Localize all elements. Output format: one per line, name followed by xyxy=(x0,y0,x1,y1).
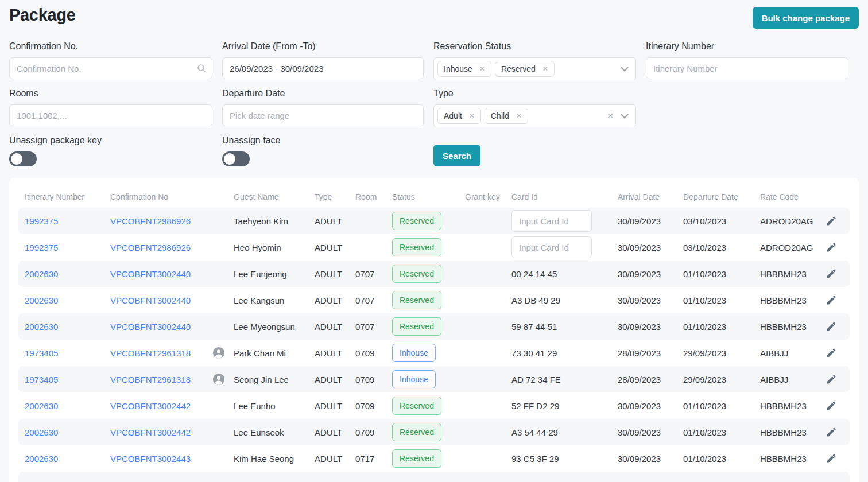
guest-type: ADULT xyxy=(315,243,355,252)
card-id-input[interactable] xyxy=(512,236,592,258)
status-badge: Reserved xyxy=(392,291,441,309)
itinerary-link[interactable]: 2002630 xyxy=(25,401,58,411)
status-tag-reserved: Reserved ✕ xyxy=(495,61,555,77)
confirmation-link[interactable]: VPCOBFNT3002443 xyxy=(110,454,191,464)
guest-name: Taehyeon Kim xyxy=(234,216,288,226)
chevron-down-icon[interactable] xyxy=(621,67,629,72)
confirmation-no-label: Confirmation No. xyxy=(9,41,212,52)
confirmation-link[interactable]: VPCOBFNT3002442 xyxy=(110,401,191,411)
card-id-value: 93 C5 3F 29 xyxy=(512,454,559,464)
card-id-input[interactable] xyxy=(512,210,592,232)
table-row: 1992375 VPCOBFNT2986926 Taehyeon Kim ADU… xyxy=(18,208,850,234)
itinerary-link[interactable]: 2002630 xyxy=(25,296,58,305)
unassign-package-key-toggle[interactable] xyxy=(9,151,37,166)
confirmation-no-input[interactable] xyxy=(17,64,205,73)
card-id-value: 00 24 14 45 xyxy=(512,269,557,279)
edit-icon[interactable] xyxy=(826,374,837,385)
confirmation-link[interactable]: VPCOBFNT2986926 xyxy=(110,243,191,252)
edit-icon[interactable] xyxy=(826,242,837,253)
remove-tag-icon[interactable]: ✕ xyxy=(542,65,548,73)
type-tag-adult: Adult ✕ xyxy=(437,108,481,124)
remove-tag-icon[interactable]: ✕ xyxy=(469,112,475,120)
rate-code: HBBBMH23 xyxy=(760,269,822,279)
itinerary-link[interactable]: 2002630 xyxy=(25,427,58,437)
guest-name: Lee Eunseok xyxy=(234,427,284,437)
itinerary-link[interactable]: 1992375 xyxy=(25,243,58,252)
arrival-date-input[interactable] xyxy=(230,64,416,73)
itinerary-link[interactable]: 2002630 xyxy=(25,454,58,464)
edit-icon[interactable] xyxy=(826,215,837,227)
edit-icon[interactable] xyxy=(826,400,837,411)
confirmation-link[interactable]: VPCOBFNT3002440 xyxy=(110,296,191,305)
arrival-date-label: Arrival Date (From -To) xyxy=(222,41,424,52)
filters-panel: Confirmation No. Arrival Date (From -To)… xyxy=(9,41,859,174)
confirmation-link[interactable]: VPCOBFNT2961318 xyxy=(110,375,191,384)
type-select[interactable]: Adult ✕ Child ✕ ✕ xyxy=(433,104,636,127)
edit-icon[interactable] xyxy=(826,453,837,464)
status-tag-inhouse: Inhouse ✕ xyxy=(437,61,491,77)
unassign-face-toggle[interactable] xyxy=(222,151,250,166)
edit-icon[interactable] xyxy=(826,268,837,279)
rate-code: HBBBMH23 xyxy=(760,296,822,305)
itinerary-link[interactable]: 2002630 xyxy=(25,322,58,332)
column-header-card-id: Card Id xyxy=(512,192,618,201)
departure-date: 29/09/2023 xyxy=(683,375,760,384)
page-title: Package xyxy=(9,6,76,25)
guest-type: ADULT xyxy=(315,322,355,332)
column-header-confirmation: Confirmation No xyxy=(110,192,212,201)
status-badge: Reserved xyxy=(392,238,441,256)
type-tag-adult-label: Adult xyxy=(444,111,462,120)
itinerary-link[interactable]: 1992375 xyxy=(25,216,58,226)
status-badge: Reserved xyxy=(392,212,441,230)
guest-name: Park Chan Mi xyxy=(234,348,286,358)
clear-select-icon[interactable]: ✕ xyxy=(607,112,614,120)
bulk-change-package-button[interactable]: Bulk change package xyxy=(753,7,859,29)
itinerary-link[interactable]: 2002630 xyxy=(25,269,58,279)
arrival-date: 28/09/2023 xyxy=(618,375,683,384)
card-id-value: 73 30 41 29 xyxy=(512,348,557,358)
filter-departure-date: Departure Date xyxy=(222,88,424,127)
confirmation-link[interactable]: VPCOBFNT2961318 xyxy=(110,348,191,358)
edit-icon[interactable] xyxy=(826,426,837,438)
column-header-guest: Guest Name xyxy=(212,192,315,201)
edit-icon[interactable] xyxy=(826,321,837,332)
reservation-status-select[interactable]: Inhouse ✕ Reserved ✕ xyxy=(433,57,636,80)
chevron-down-icon[interactable] xyxy=(621,114,629,119)
column-header-type: Type xyxy=(315,192,355,201)
itinerary-link[interactable]: 1973405 xyxy=(25,348,58,358)
remove-tag-icon[interactable]: ✕ xyxy=(516,112,522,120)
card-id-value: 59 87 44 51 xyxy=(512,322,557,332)
status-badge: Inhouse xyxy=(392,344,436,362)
topbar: Package Bulk change package xyxy=(9,0,859,29)
edit-icon[interactable] xyxy=(826,294,837,306)
filter-rooms: Rooms xyxy=(9,88,212,127)
arrival-date: 30/09/2023 xyxy=(618,243,683,252)
confirmation-link[interactable]: VPCOBFNT3002442 xyxy=(110,427,191,437)
guest-type: ADULT xyxy=(315,269,355,279)
departure-date: 03/10/2023 xyxy=(683,216,760,226)
guest-name: Lee Myeongsun xyxy=(234,322,295,332)
itinerary-link[interactable]: 1973405 xyxy=(25,375,58,384)
guest-name: Seong Jin Lee xyxy=(234,375,289,384)
guest-type: ADULT xyxy=(315,348,355,358)
itinerary-number-input[interactable] xyxy=(653,64,841,73)
status-badge: Reserved xyxy=(392,449,441,468)
card-id-value: A3 54 44 29 xyxy=(512,427,558,437)
confirmation-link[interactable]: VPCOBFNT3002440 xyxy=(110,322,191,332)
rooms-input[interactable] xyxy=(17,111,205,120)
search-button[interactable]: Search xyxy=(433,145,480,166)
remove-tag-icon[interactable]: ✕ xyxy=(479,65,485,73)
unassign-face-label: Unassign face xyxy=(222,135,424,146)
guest-name: Kim Hae Seong xyxy=(234,454,294,464)
edit-icon[interactable] xyxy=(826,347,837,359)
type-label: Type xyxy=(433,88,636,99)
room-number: 0717 xyxy=(355,454,392,464)
confirmation-link[interactable]: VPCOBFNT3002440 xyxy=(110,269,191,279)
table-row-partial xyxy=(18,472,850,482)
rate-code: HBBBMH23 xyxy=(760,427,822,437)
room-number: 0709 xyxy=(355,348,392,358)
room-number: 0707 xyxy=(355,322,392,332)
confirmation-link[interactable]: VPCOBFNT2986926 xyxy=(110,216,191,226)
face-registered-icon xyxy=(212,373,225,386)
departure-date-input[interactable] xyxy=(230,111,416,120)
